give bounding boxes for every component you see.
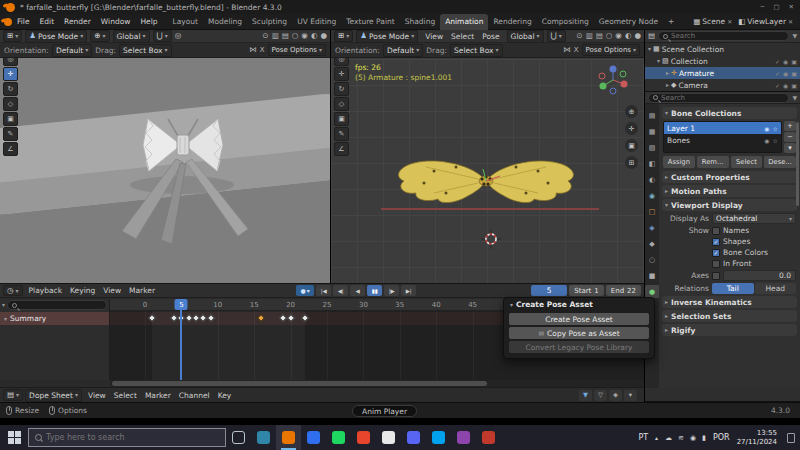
dope-menu-channel[interactable]: Channel bbox=[175, 391, 214, 400]
blender-menu-icon[interactable] bbox=[4, 18, 12, 26]
tab-physics[interactable]: ○ bbox=[645, 253, 659, 266]
expand-icon[interactable]: ▾ bbox=[657, 58, 660, 64]
menu-help[interactable]: Help bbox=[135, 14, 162, 30]
button-create-pose-asset[interactable]: Create Pose Asset bbox=[509, 313, 649, 325]
channel-search[interactable] bbox=[7, 300, 107, 310]
mirror-icon[interactable]: ⋈ bbox=[563, 46, 571, 54]
workspace-tab-layout[interactable]: Layout bbox=[167, 14, 203, 30]
solo-star-icon[interactable]: ☆ bbox=[773, 125, 778, 132]
axes-value-field[interactable]: 0.0 bbox=[723, 270, 796, 281]
viewport-canvas-right[interactable]: fps: 26 (5) Armature : spine1.001 ⊕✛▣⊞ bbox=[331, 59, 644, 283]
display-as-dropdown[interactable]: Octahedral ▾ bbox=[712, 213, 796, 224]
close-button[interactable]: ✕ bbox=[789, 3, 794, 11]
tool-rotate[interactable]: ↻ bbox=[3, 82, 18, 96]
tool-annotate[interactable]: ✎ bbox=[3, 127, 18, 141]
menu-render[interactable]: Render bbox=[59, 14, 96, 30]
selectable-toggle-icon[interactable]: ✓ bbox=[775, 82, 780, 89]
visibility-eye-icon[interactable]: ◉ bbox=[764, 137, 769, 144]
tab-constraints[interactable]: ■ bbox=[645, 269, 659, 282]
editor-type-button[interactable]: ⊞ ▾ bbox=[334, 30, 353, 42]
start-button[interactable] bbox=[0, 425, 28, 450]
scene-selector[interactable]: ▦ Scene ✕ bbox=[693, 17, 732, 26]
button-convert-legacy-pose-library[interactable]: Convert Legacy Pose Library bbox=[509, 341, 649, 353]
relations-head[interactable]: Head bbox=[755, 283, 797, 294]
language-indicator[interactable]: PT bbox=[638, 433, 648, 442]
button-dese[interactable]: Dese... bbox=[764, 156, 796, 168]
timeline-menu-playback[interactable]: Playback bbox=[25, 286, 66, 295]
prev-keyframe-button[interactable]: ◀| bbox=[333, 285, 348, 296]
cloud-icon[interactable]: ☁ bbox=[665, 434, 672, 442]
panel-bone-collections[interactable]: ▾ Bone Collections bbox=[662, 107, 797, 119]
panel-rigify[interactable]: ▸Rigify bbox=[662, 324, 797, 336]
app-icon-3[interactable] bbox=[301, 425, 326, 450]
app-icon-2[interactable] bbox=[276, 425, 301, 450]
timeline-menu-view[interactable]: View bbox=[99, 286, 125, 295]
outliner-search[interactable] bbox=[658, 31, 789, 41]
scene-unlink-icon[interactable]: ✕ bbox=[727, 19, 732, 25]
button-select[interactable]: Select bbox=[731, 156, 763, 168]
scrollbar-thumb[interactable] bbox=[112, 381, 487, 386]
tool-scale[interactable]: ◇ bbox=[334, 97, 349, 111]
shading-material-icon[interactable]: ◐ bbox=[311, 32, 318, 40]
app-icon-10[interactable] bbox=[476, 425, 501, 450]
viewport-canvas-left[interactable] bbox=[0, 59, 330, 283]
tool-transform[interactable]: ▣ bbox=[334, 112, 349, 126]
menu-file[interactable]: File bbox=[12, 14, 35, 30]
filter-funnel-icon[interactable]: ▼ bbox=[579, 390, 592, 401]
tool-annotate[interactable]: ✎ bbox=[334, 127, 349, 141]
outliner-row-scene-collection[interactable]: ▾▦Scene Collection bbox=[645, 43, 800, 55]
properties-scrollbar[interactable] bbox=[796, 122, 799, 206]
tab-output[interactable]: ▧ bbox=[645, 141, 659, 154]
dope-sheet-mode-dropdown[interactable]: Dope Sheet ▾ bbox=[25, 389, 82, 402]
shading-rendered-icon[interactable]: ● bbox=[320, 32, 327, 40]
gizmo-toggle-icon[interactable]: ⊙ bbox=[262, 32, 268, 40]
app-icon-1[interactable] bbox=[251, 425, 276, 450]
menu-edit[interactable]: Edit bbox=[35, 14, 60, 30]
panel-selection-sets[interactable]: ▸Selection Sets bbox=[662, 310, 797, 322]
button-assign[interactable]: Assign bbox=[663, 156, 695, 168]
app-icon-5[interactable] bbox=[351, 425, 376, 450]
auto-keying-toggle[interactable]: ● ▾ bbox=[296, 285, 314, 296]
shading-wireframe-icon[interactable]: ○ bbox=[606, 32, 613, 40]
filter-menu-icon[interactable]: ▾ bbox=[624, 390, 637, 401]
checkbox-names[interactable] bbox=[712, 227, 720, 235]
outliner-search-input[interactable] bbox=[671, 32, 784, 40]
shading-wireframe-icon[interactable]: ○ bbox=[292, 32, 299, 40]
workspace-tab-animation[interactable]: Animation bbox=[440, 14, 488, 30]
hide-viewport-icon[interactable]: ◉ bbox=[783, 58, 788, 65]
pose-options-dropdown[interactable]: Pose Options ▾ bbox=[268, 44, 326, 56]
shading-solid-icon[interactable]: ◉ bbox=[615, 32, 622, 40]
app-icon-7[interactable] bbox=[401, 425, 426, 450]
jump-to-end-button[interactable]: ▶| bbox=[401, 285, 416, 296]
relations-tail[interactable]: Tail bbox=[712, 283, 754, 294]
bone-collection-bones[interactable]: Bones◉☆ bbox=[664, 134, 781, 146]
tab-modifiers[interactable]: ◈ bbox=[645, 221, 659, 234]
snap-dropdown[interactable]: ⋃ ▾ bbox=[153, 30, 172, 42]
task-view-button[interactable] bbox=[226, 425, 251, 450]
battery-icon[interactable]: ▮ bbox=[702, 434, 706, 442]
gizmo-toggle-icon[interactable]: ⊙ bbox=[576, 32, 582, 40]
visibility-eye-icon[interactable]: ◉ bbox=[764, 125, 769, 132]
timeline-scrollbar[interactable] bbox=[110, 380, 644, 387]
mirror-icon[interactable]: ⋈ bbox=[249, 46, 257, 54]
pan-icon[interactable]: ✛ bbox=[625, 122, 638, 135]
3d-cursor[interactable] bbox=[481, 229, 501, 249]
viewport-menu-pose[interactable]: Pose bbox=[478, 32, 503, 41]
editor-type-button[interactable]: ◷ ▾ bbox=[3, 285, 23, 297]
shading-material-icon[interactable]: ◐ bbox=[625, 32, 632, 40]
butterfly-model[interactable] bbox=[399, 161, 574, 203]
editor-type-button[interactable]: ⊞ ▾ bbox=[3, 30, 22, 42]
tab-render[interactable]: ▦ bbox=[645, 125, 659, 138]
properties-filter-icon[interactable]: ▼ bbox=[792, 95, 797, 101]
disable-render-icon[interactable]: ▣ bbox=[791, 70, 797, 77]
mirror-x-label[interactable]: X bbox=[260, 46, 265, 54]
tool-move[interactable]: ✛ bbox=[3, 67, 18, 81]
camera-view-icon[interactable]: ▣ bbox=[625, 139, 638, 152]
panel-custom-properties[interactable]: ▸Custom Properties bbox=[662, 171, 797, 183]
navigation-gizmo[interactable] bbox=[596, 63, 630, 97]
language-indicator-2[interactable]: POR bbox=[713, 433, 730, 442]
add-workspace-button[interactable]: + bbox=[663, 14, 679, 30]
overlays-toggle-icon[interactable]: ▥ bbox=[272, 32, 279, 40]
mode-dropdown[interactable]: ♟ Pose Mode ▾ bbox=[25, 30, 87, 43]
drag-dropdown[interactable]: Select Box ▾ bbox=[119, 44, 171, 57]
